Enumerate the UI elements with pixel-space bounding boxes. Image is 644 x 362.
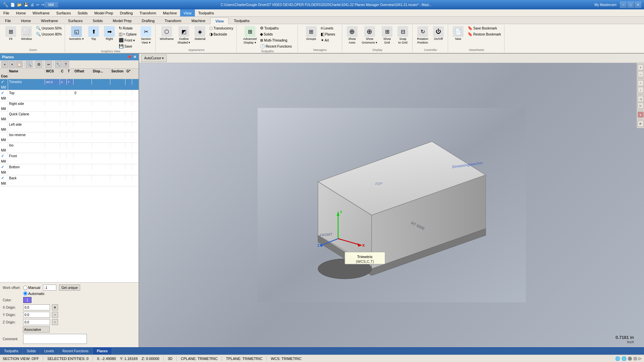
menu-item-model prep[interactable]: Model Prep <box>91 9 116 16</box>
ribbon-tab-surfaces[interactable]: Surfaces <box>63 17 88 24</box>
menu-item-view[interactable]: View <box>180 9 195 16</box>
manual-radio-label[interactable]: Manual <box>23 286 40 290</box>
advanced-display-button[interactable]: ⊞ AdvancedDisplay ▾ <box>242 25 258 45</box>
table-row[interactable]: ✓ Trimetric WCS C T Mill <box>0 79 139 90</box>
automatic-radio[interactable] <box>23 291 28 296</box>
menu-item-file[interactable]: File <box>0 9 13 16</box>
outline-shaded-button[interactable]: ◩ OutlineShaded ▾ <box>176 25 192 45</box>
table-row[interactable]: Left side Mill <box>0 122 139 132</box>
window-button[interactable]: ⬜ Window <box>19 25 34 42</box>
x-origin-input[interactable] <box>23 304 50 310</box>
fit-button[interactable]: ⊞ Fit <box>3 25 18 42</box>
ribbon-tab-model prep[interactable]: Model Prep <box>108 17 137 24</box>
mill-tab[interactable]: Mill <box>44 2 58 7</box>
isometric-button[interactable]: ◱ Isometric ▾ <box>68 25 85 42</box>
onoff-button[interactable]: ⏻ On/Off <box>431 25 446 42</box>
z-origin-pick-button[interactable]: ○ <box>52 319 58 325</box>
rotate-button[interactable]: ↻ Rotate <box>118 25 138 31</box>
maximize-button[interactable]: □ <box>627 1 634 8</box>
bottom-tab-recent-functions[interactable]: Recent Functions <box>58 348 93 355</box>
table-row[interactable]: ✓ Top 0 Mill <box>0 90 139 101</box>
rt-btn-2[interactable]: – <box>638 71 644 77</box>
quick-access-print[interactable]: 🖨 <box>31 3 34 7</box>
close-button[interactable]: ✕ <box>635 1 641 8</box>
section-view-button[interactable]: ✂ SectionView ▾ <box>139 25 153 45</box>
quick-access-open[interactable]: 📂 <box>17 3 22 7</box>
top-view-button[interactable]: ⬆ Top <box>86 25 101 42</box>
y-origin-input[interactable] <box>23 312 50 318</box>
groups-button[interactable]: ⊞ Groups <box>304 25 319 42</box>
cplane-button[interactable]: ◫ = Cplane <box>118 32 138 37</box>
menu-item-surfaces[interactable]: Surfaces <box>53 9 74 16</box>
bottom-tab-solids[interactable]: Solids <box>23 348 40 355</box>
copy-plane-button[interactable]: 📋 <box>16 61 23 68</box>
show-axes-button[interactable]: ⊕ ShowAxes <box>345 25 360 45</box>
z-origin-input[interactable] <box>23 319 50 325</box>
art-button[interactable]: ✦ Art <box>320 38 336 43</box>
solids-mgr-button[interactable]: ◆ Solids <box>259 32 293 37</box>
y-origin-pick-button[interactable]: ○ <box>52 312 58 318</box>
levels-button[interactable]: ≡ Levels <box>320 25 336 31</box>
unzoom80-button[interactable]: 🔍 Unzoom 80% <box>35 32 63 37</box>
menu-item-wireframe[interactable]: Wireframe <box>29 9 53 16</box>
front-button[interactable]: ⬛ Front ▾ <box>118 38 138 43</box>
backside-button[interactable]: ◑ Backside <box>208 32 234 37</box>
help-button[interactable]: ? <box>62 61 69 68</box>
table-row[interactable]: ✓ Back Mill <box>0 175 139 186</box>
new-sheet-button[interactable]: 📄 New <box>451 25 466 42</box>
table-row[interactable]: Right side Mill <box>0 101 139 112</box>
status-arrow[interactable]: ▷ <box>639 356 641 361</box>
recent-fn-button[interactable]: 🕐 Recent Functions <box>259 44 293 49</box>
table-row[interactable]: Iso reverse Mill <box>0 132 139 143</box>
menu-item-solids[interactable]: Solids <box>74 9 91 16</box>
toolpaths-mgr-button[interactable]: ⚙ Toolpaths <box>259 25 293 31</box>
wrench-button[interactable]: 🔧 <box>55 61 62 68</box>
table-row[interactable]: ✓ Bottom Mill <box>0 164 139 175</box>
snap-grid-button[interactable]: ⊟ Snapto Grid <box>395 25 410 45</box>
rt-btn-3[interactable]: ↑ <box>638 80 644 86</box>
bottom-tab-toolpaths[interactable]: Toolpaths <box>0 348 23 355</box>
rt-btn-6[interactable]: ▷ <box>638 103 644 109</box>
panel-pin-button[interactable]: 📌 <box>127 55 132 59</box>
bottom-tab-levels[interactable]: Levels <box>40 348 58 355</box>
undo-button[interactable]: ↩ <box>45 61 52 68</box>
menu-item-toolpaths[interactable]: Toolpaths <box>195 9 217 16</box>
table-row[interactable]: ✓ Front Mill <box>0 153 139 164</box>
status-globe2[interactable]: 🌐 <box>622 356 627 361</box>
rt-btn-5[interactable]: ◁ <box>638 96 644 102</box>
rt-btn-4[interactable]: ↓ <box>638 87 644 93</box>
status-globe1[interactable]: 🌐 <box>615 356 620 361</box>
ribbon-tab-home[interactable]: Home <box>16 17 36 24</box>
automatic-radio-label[interactable]: Automatic <box>23 291 45 296</box>
x-origin-pick-button[interactable]: ⊕ <box>52 304 58 310</box>
comment-input[interactable] <box>23 334 87 344</box>
ribbon-tab-drafting[interactable]: Drafting <box>137 17 160 24</box>
rt-btn-1[interactable]: + <box>638 64 644 70</box>
quick-access-new[interactable]: 📄 <box>10 3 15 7</box>
rotation-position-button[interactable]: ↻ RotationPosition <box>415 25 430 45</box>
autocursor-button[interactable]: AutoCursor ▾ <box>141 55 167 62</box>
wireframe-button[interactable]: ⬡ Wireframe <box>158 25 175 42</box>
work-offset-input[interactable] <box>43 285 56 291</box>
search-plane-button[interactable]: 🔍 <box>26 61 33 68</box>
unzoom50-button[interactable]: 🔍 Unzoom 50% <box>35 25 63 31</box>
ribbon-tab-file[interactable]: File <box>0 17 16 24</box>
quick-access-undo[interactable]: ↩ <box>36 3 39 7</box>
save-bookmark-button[interactable]: 🔖 Save Bookmark <box>467 25 502 31</box>
show-grid-button[interactable]: ⊞ ShowGrid <box>380 25 394 45</box>
bottom-tab-planes[interactable]: Planes <box>93 348 112 355</box>
ribbon-tab-toolpaths[interactable]: Toolpaths <box>229 17 255 24</box>
manual-radio[interactable] <box>23 286 28 290</box>
right-view-button[interactable]: ➡ Right <box>102 25 117 42</box>
settings-button[interactable]: ⚙ <box>36 61 42 68</box>
save-view-button[interactable]: 💾 Save <box>118 44 138 49</box>
material-button[interactable]: ◈ Material <box>193 25 207 42</box>
quick-access-redo[interactable]: ↪ <box>41 3 44 7</box>
ribbon-tab-transform[interactable]: Transform <box>160 17 186 24</box>
multi-thread-button[interactable]: ≣ Multi-Threading <box>259 38 293 43</box>
menu-item-machine[interactable]: Machine <box>160 9 180 16</box>
planes-mgr-button[interactable]: ◧ Planes <box>320 32 336 37</box>
get-unique-button[interactable]: Get unique <box>59 285 80 291</box>
translucency-button[interactable]: ◌ Translucency <box>208 25 234 31</box>
add-plane-button[interactable]: + <box>1 61 8 68</box>
